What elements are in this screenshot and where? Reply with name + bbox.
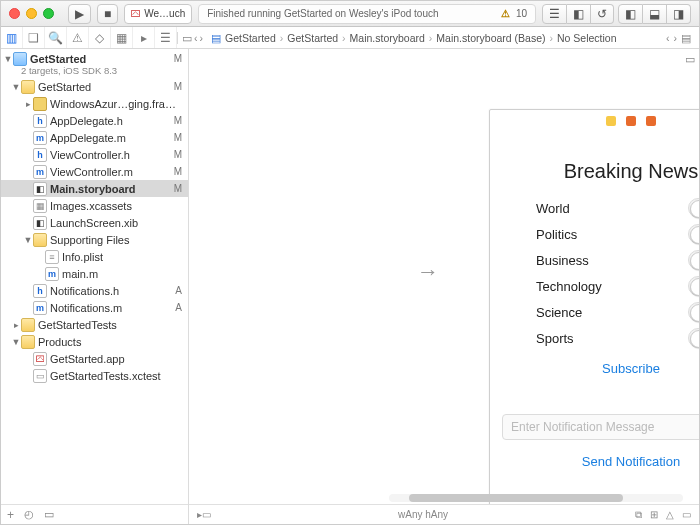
- warning-count[interactable]: 10: [516, 8, 527, 19]
- toggle-navigator-button[interactable]: ◧: [618, 4, 643, 24]
- category-switch[interactable]: [688, 328, 699, 348]
- canvas-footer: ▸▭ wAny hAny ⧉ ⊞ △ ▭: [189, 504, 699, 524]
- jump-seg-3[interactable]: Main.storyboard (Base): [436, 32, 545, 44]
- pin-tool-icon[interactable]: ⊞: [650, 509, 658, 521]
- category-row: World: [536, 195, 699, 221]
- subscribe-button[interactable]: Subscribe: [490, 361, 699, 376]
- category-label[interactable]: Business: [536, 253, 688, 268]
- filter-recent-icon[interactable]: ◴: [24, 508, 34, 521]
- file-appdelegate-h[interactable]: h AppDelegate.h M: [1, 112, 188, 129]
- test-navigator-tab[interactable]: ◇: [89, 27, 111, 48]
- product-tests[interactable]: ▭ GetStartedTests.xctest: [1, 367, 188, 384]
- minimap-icon[interactable]: ▤: [681, 32, 691, 44]
- file-framework[interactable]: ▸ WindowsAzur…ging.framework: [1, 95, 188, 112]
- run-button[interactable]: ▶: [68, 4, 91, 24]
- initial-view-controller-arrow[interactable]: →: [417, 259, 439, 285]
- editor-assistant-button[interactable]: ◧: [567, 4, 591, 24]
- jump-seg-2[interactable]: Main.storyboard: [350, 32, 425, 44]
- jump-back-icon[interactable]: ‹: [194, 32, 198, 44]
- category-label[interactable]: Sports: [536, 331, 688, 346]
- file-images-xcassets[interactable]: ▦ Images.xcassets: [1, 197, 188, 214]
- close-window-button[interactable]: [9, 8, 20, 19]
- horizontal-scrollbar[interactable]: [389, 494, 683, 504]
- canvas-side-tools: ▭: [683, 49, 697, 66]
- file-main-storyboard[interactable]: ◧ Main.storyboard M: [1, 180, 188, 197]
- jump-seg-4[interactable]: No Selection: [557, 32, 617, 44]
- file-appdelegate-m[interactable]: m AppDelegate.m M: [1, 129, 188, 146]
- category-switch[interactable]: [688, 198, 699, 218]
- outline-toggle-icon[interactable]: ▭: [685, 53, 695, 66]
- notification-text-field[interactable]: Enter Notification Message: [502, 414, 699, 440]
- group-products[interactable]: ▼ Products: [1, 333, 188, 350]
- panel-left-icon: ◧: [625, 8, 636, 20]
- issue-navigator-tab[interactable]: ⚠: [67, 27, 89, 48]
- editor-version-button[interactable]: ↺: [591, 4, 614, 24]
- category-label[interactable]: Technology: [536, 279, 688, 294]
- jump-related-icon[interactable]: ▭: [182, 32, 192, 44]
- project-navigator-tab[interactable]: ▥: [1, 27, 23, 48]
- plist-icon: ≡: [45, 250, 59, 264]
- category-switch[interactable]: [688, 302, 699, 322]
- category-label[interactable]: Science: [536, 305, 688, 320]
- jump-next-icon[interactable]: ›: [674, 32, 678, 44]
- app-product-icon: ⮹: [33, 352, 47, 366]
- file-viewcontroller-m[interactable]: m ViewController.m M: [1, 163, 188, 180]
- document-outline-toggle[interactable]: ▸▭: [197, 509, 211, 520]
- product-app[interactable]: ⮹ GetStarted.app: [1, 350, 188, 367]
- file-info-plist[interactable]: ≡ Info.plist: [1, 248, 188, 265]
- symbol-navigator-tab[interactable]: ❑: [23, 27, 45, 48]
- placeholder-text: Enter Notification Message: [511, 420, 654, 434]
- breakpoint-navigator-tab[interactable]: ▸: [133, 27, 155, 48]
- assistant-editor-icon: ◧: [573, 8, 584, 20]
- view-controller-scene[interactable]: Breaking News World Politics Business Te…: [489, 109, 699, 504]
- file-viewcontroller-h[interactable]: h ViewController.h M: [1, 146, 188, 163]
- scene-dot-first-responder-icon[interactable]: [626, 116, 636, 126]
- group-getstarted[interactable]: ▼ GetStarted M: [1, 78, 188, 95]
- minimize-window-button[interactable]: [26, 8, 37, 19]
- activity-status: Finished running GetStarted on Wesley's …: [198, 4, 536, 24]
- storyboard-canvas[interactable]: → Breaking News World Politics Business …: [189, 49, 699, 504]
- jump-bar[interactable]: ▭ ‹ › ▤ GetStarted› GetStarted› Main.sto…: [177, 32, 699, 44]
- scene-header[interactable]: [490, 110, 699, 132]
- scene-dot-exit-icon[interactable]: [646, 116, 656, 126]
- group-supporting-files[interactable]: ▼ Supporting Files: [1, 231, 188, 248]
- jump-seg-0[interactable]: GetStarted: [225, 32, 276, 44]
- stop-button[interactable]: ■: [97, 4, 118, 24]
- jump-prev-icon[interactable]: ‹: [666, 32, 670, 44]
- send-notification-button[interactable]: Send Notification: [490, 454, 699, 469]
- add-button[interactable]: +: [7, 508, 14, 522]
- file-main-m[interactable]: m main.m: [1, 265, 188, 282]
- category-row: Politics: [536, 221, 699, 247]
- warning-icon[interactable]: ⚠: [501, 8, 510, 19]
- editor-standard-button[interactable]: ☰: [542, 4, 567, 24]
- size-class-control[interactable]: wAny hAny: [398, 509, 448, 520]
- category-switch[interactable]: [688, 224, 699, 244]
- debug-navigator-tab[interactable]: ▦: [111, 27, 133, 48]
- toggle-debug-button[interactable]: ⬓: [643, 4, 667, 24]
- jump-seg-1[interactable]: GetStarted: [287, 32, 338, 44]
- navigator-selector: ▥ ❑ 🔍 ⚠ ◇ ▦ ▸ ☰: [1, 27, 177, 48]
- scheme-selector[interactable]: ⮹ We…uch: [124, 4, 192, 24]
- toggle-utilities-button[interactable]: ◨: [667, 4, 691, 24]
- file-notifications-h[interactable]: h Notifications.h A: [1, 282, 188, 299]
- project-root[interactable]: ▼ GetStarted M: [1, 49, 188, 66]
- align-tool-icon[interactable]: ⧉: [635, 509, 642, 521]
- category-switch[interactable]: [688, 276, 699, 296]
- stop-icon: ■: [104, 8, 111, 20]
- file-launchscreen-xib[interactable]: ◧ LaunchScreen.xib: [1, 214, 188, 231]
- jump-forward-icon[interactable]: ›: [200, 32, 204, 44]
- category-label[interactable]: World: [536, 201, 688, 216]
- resolve-tool-icon[interactable]: △: [666, 509, 674, 521]
- panel-right-icon: ◨: [673, 8, 684, 20]
- zoom-window-button[interactable]: [43, 8, 54, 19]
- report-navigator-tab[interactable]: ☰: [155, 27, 177, 48]
- group-tests[interactable]: ▸ GetStartedTests: [1, 316, 188, 333]
- resize-tool-icon[interactable]: ▭: [682, 509, 691, 521]
- scene-dot-vc-icon[interactable]: [606, 116, 616, 126]
- category-switch[interactable]: [688, 250, 699, 270]
- find-navigator-tab[interactable]: 🔍: [45, 27, 67, 48]
- filter-scm-icon[interactable]: ▭: [44, 508, 54, 521]
- heading-label[interactable]: Breaking News: [490, 160, 699, 183]
- category-label[interactable]: Politics: [536, 227, 688, 242]
- file-notifications-m[interactable]: m Notifications.m A: [1, 299, 188, 316]
